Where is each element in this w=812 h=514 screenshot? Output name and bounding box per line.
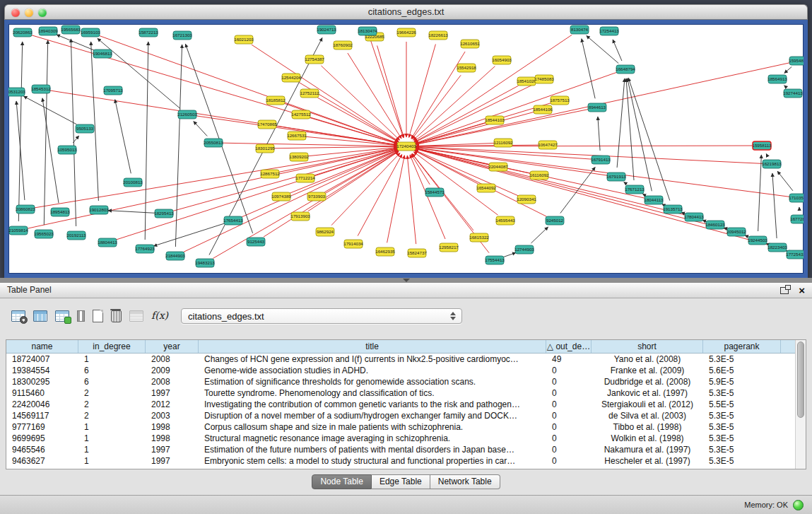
scrollbar-thumb[interactable] xyxy=(797,341,804,418)
graph-node[interactable]: 19664226 xyxy=(396,28,416,37)
graph-node[interactable]: 14595443 xyxy=(495,216,515,225)
graph-node[interactable]: 21844903 xyxy=(165,252,185,260)
graph-node[interactable]: 10647427 xyxy=(538,141,558,149)
graph-edge[interactable] xyxy=(242,150,398,217)
graph-node[interactable]: 18185812 xyxy=(266,96,286,105)
graph-edge[interactable] xyxy=(416,112,534,144)
graph-node[interactable]: 16648794 xyxy=(616,65,635,74)
graph-edge[interactable] xyxy=(377,46,404,138)
graph-edge[interactable] xyxy=(784,67,792,74)
graph-edge[interactable] xyxy=(28,148,398,228)
graph-edge[interactable] xyxy=(416,147,592,159)
graph-edge[interactable] xyxy=(274,146,397,148)
window-titlebar[interactable]: citations_edges.txt xyxy=(4,4,808,20)
table-row[interactable]: 977716911998Corpus callosum shape and si… xyxy=(6,421,806,433)
graph-edge[interactable] xyxy=(414,35,572,141)
graph-edge[interactable] xyxy=(50,90,397,145)
graph-node[interactable]: 20550813 xyxy=(204,139,223,147)
graph-node[interactable]: 15844573 xyxy=(425,188,445,197)
minimize-window-button[interactable] xyxy=(25,8,33,17)
delete-column-icon[interactable] xyxy=(111,310,122,322)
graph-edge[interactable] xyxy=(587,36,618,64)
graph-node[interactable]: 9125443 xyxy=(247,238,265,246)
graph-node[interactable]: 18301295 xyxy=(255,144,275,153)
graph-edge[interactable] xyxy=(99,35,398,143)
column-header-title[interactable]: title xyxy=(199,340,546,353)
graph-node[interactable]: 17671213 xyxy=(625,185,645,194)
graph-node[interactable]: 16462935 xyxy=(375,247,395,256)
edit-table-icon[interactable] xyxy=(55,310,69,322)
graph-edge[interactable] xyxy=(777,171,793,191)
graph-edge[interactable] xyxy=(613,40,622,61)
table-row[interactable]: 1830029562008Estimation of significance … xyxy=(6,376,806,387)
graph-edge[interactable] xyxy=(175,45,182,247)
graph-edge[interactable] xyxy=(213,151,398,259)
graph-node[interactable]: 8130474 xyxy=(570,25,589,34)
graph-node[interactable]: 12090341 xyxy=(517,195,536,204)
graph-node[interactable]: 12754387 xyxy=(305,55,324,64)
graph-node[interactable]: 16791913 xyxy=(606,173,626,181)
graph-edge[interactable] xyxy=(410,155,445,239)
graph-edge[interactable] xyxy=(624,182,628,184)
graph-node[interactable]: 15542918 xyxy=(457,64,476,72)
column-header-short[interactable]: short xyxy=(592,340,703,353)
graph-edge[interactable] xyxy=(560,167,595,213)
graph-node[interactable]: 9505133 xyxy=(76,124,94,133)
tab-network-table[interactable]: Network Table xyxy=(430,474,500,489)
graph-node[interactable]: 21059814 xyxy=(8,226,28,235)
graph-node[interactable]: 18130474 xyxy=(358,27,377,35)
graph-node[interactable]: 12544204 xyxy=(281,74,301,82)
graph-edge[interactable] xyxy=(108,211,155,214)
graph-edge[interactable] xyxy=(784,86,787,88)
graph-node[interactable]: 19565683 xyxy=(61,25,81,34)
graph-node[interactable]: 20860823 xyxy=(16,205,35,214)
float-panel-icon[interactable] xyxy=(780,287,789,294)
graph-edge[interactable] xyxy=(628,78,670,200)
graph-node[interactable]: 18940309 xyxy=(38,27,58,35)
graph-node[interactable]: 17725433 xyxy=(786,250,804,259)
graph-node[interactable]: 20620863 xyxy=(13,28,33,37)
table-row[interactable]: 1938455462009Genome-wide association stu… xyxy=(6,365,806,376)
network-graph-canvas[interactable]: 1724040310647427185441061854102616054903… xyxy=(8,24,804,274)
graph-node[interactable]: 13809202 xyxy=(289,153,309,161)
splitter-grip-icon[interactable] xyxy=(403,279,410,282)
graph-node[interactable]: 14275512 xyxy=(291,110,311,119)
graph-node[interactable]: 17103544 xyxy=(789,194,804,202)
show-columns-icon[interactable] xyxy=(33,310,47,322)
graph-node[interactable]: 9733903 xyxy=(307,192,326,201)
graph-edge[interactable] xyxy=(387,156,405,243)
table-row[interactable]: 911546021997Tourette syndrome. Phenomeno… xyxy=(6,387,806,399)
graph-edge[interactable] xyxy=(745,235,749,237)
graph-edge[interactable] xyxy=(16,101,25,200)
graph-node[interactable]: 18544106 xyxy=(533,105,553,114)
graph-node[interactable]: 12610651 xyxy=(460,40,480,48)
table-mode-icon[interactable] xyxy=(11,310,25,322)
graph-node[interactable]: 19565023 xyxy=(34,230,54,238)
table-select-dropdown[interactable]: citations_edges.txt xyxy=(181,308,462,324)
graph-edge[interactable] xyxy=(766,153,767,156)
graph-edge[interactable] xyxy=(370,40,404,137)
graph-edge[interactable] xyxy=(407,156,416,244)
table-scrollbar[interactable] xyxy=(795,340,806,469)
graph-node[interactable]: 20100813 xyxy=(123,178,143,187)
graph-node[interactable]: 20531203 xyxy=(8,88,25,96)
graph-edge[interactable] xyxy=(503,252,516,257)
column-header-out_de[interactable]: △ out_de… xyxy=(546,340,592,353)
column-header-pagerank[interactable]: pagerank xyxy=(703,340,781,353)
graph-node[interactable]: 17095713 xyxy=(103,86,123,95)
graph-node[interactable]: 20945012 xyxy=(726,228,746,236)
graph-node[interactable]: 15824737 xyxy=(407,249,427,257)
graph-edge[interactable] xyxy=(71,39,76,226)
graph-edge[interactable] xyxy=(413,152,498,215)
graph-edge[interactable] xyxy=(416,148,728,229)
graph-node[interactable]: 19483213 xyxy=(195,259,215,267)
graph-node[interactable]: 16054903 xyxy=(492,56,512,64)
zoom-window-button[interactable] xyxy=(38,8,47,17)
graph-node[interactable]: 18044113 xyxy=(644,196,664,204)
graph-edge[interactable] xyxy=(115,100,131,174)
graph-node[interactable]: 12867512 xyxy=(260,170,280,178)
graph-edge[interactable] xyxy=(91,42,99,201)
graph-edge[interactable] xyxy=(582,39,595,99)
graph-node[interactable]: 18295413 xyxy=(154,209,174,218)
graph-node[interactable]: 18545312 xyxy=(31,85,51,93)
